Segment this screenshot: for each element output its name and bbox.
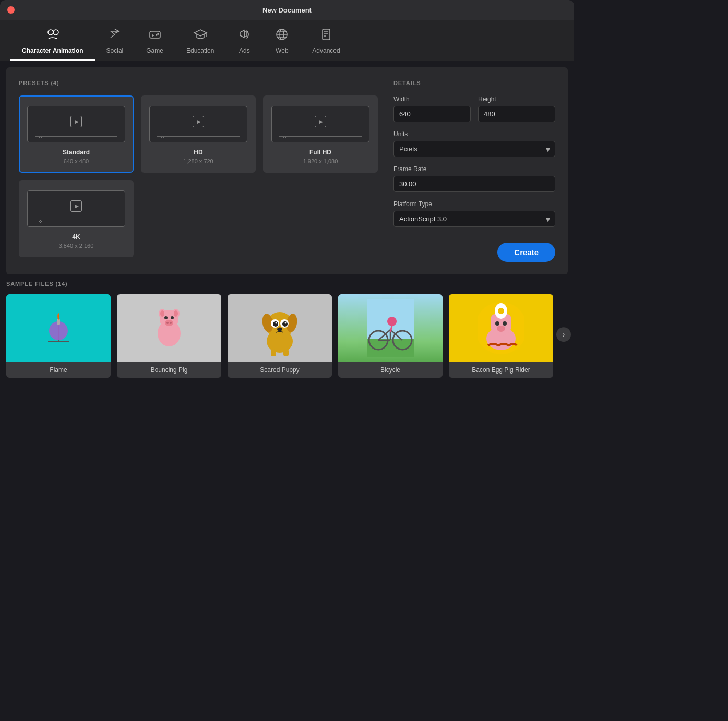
svg-point-70 bbox=[498, 308, 504, 314]
category-item-game[interactable]: Game bbox=[135, 20, 175, 61]
svg-point-32 bbox=[174, 310, 178, 317]
svg-rect-50 bbox=[283, 349, 289, 356]
svg-point-66 bbox=[495, 321, 499, 326]
sample-thumb-scared-puppy bbox=[228, 294, 332, 362]
svg-point-10 bbox=[156, 34, 157, 35]
preset-size-standard: 640 x 480 bbox=[64, 158, 89, 164]
play-icon bbox=[315, 116, 326, 127]
sample-thumb-bouncing-pig bbox=[117, 294, 221, 362]
scroll-right-arrow[interactable]: › bbox=[556, 327, 571, 342]
framerate-field: Frame Rate bbox=[393, 165, 555, 192]
platform-select[interactable]: ActionScript 3.0 HTML5 Canvas WebGL AIR … bbox=[393, 211, 555, 227]
units-row: Units Pixels Inches Centimeters bbox=[393, 130, 555, 157]
height-input[interactable] bbox=[478, 106, 555, 122]
svg-point-45 bbox=[282, 321, 288, 327]
svg-point-59 bbox=[387, 317, 397, 326]
sample-name-bacon-egg-pig-rider: Bacon Egg Pig Rider bbox=[449, 362, 553, 378]
category-label-game: Game bbox=[146, 47, 163, 54]
platform-field: Platform Type ActionScript 3.0 HTML5 Can… bbox=[393, 200, 555, 227]
preset-size-4k: 3,840 x 2,160 bbox=[59, 243, 94, 249]
framerate-row: Frame Rate bbox=[393, 165, 555, 192]
play-icon bbox=[193, 116, 204, 127]
sample-card-bacon-egg-pig-rider[interactable]: Bacon Egg Pig Rider bbox=[449, 294, 553, 378]
category-item-education[interactable]: Education bbox=[175, 20, 225, 61]
sample-name-scared-puppy: Scared Puppy bbox=[228, 362, 332, 378]
advanced-icon bbox=[319, 27, 333, 44]
sample-card-scared-puppy[interactable]: Scared Puppy bbox=[228, 294, 332, 378]
category-label-social: Social bbox=[106, 47, 124, 54]
svg-point-33 bbox=[164, 316, 168, 319]
create-btn-row: Create bbox=[393, 243, 555, 262]
category-label-web: Web bbox=[276, 47, 288, 54]
units-select[interactable]: Pixels Inches Centimeters bbox=[393, 141, 555, 157]
width-input[interactable] bbox=[393, 106, 471, 122]
category-label-education: Education bbox=[186, 47, 214, 54]
sample-card-bouncing-pig[interactable]: Bouncing Pig bbox=[117, 294, 221, 378]
preset-size-hd: 1,280 x 720 bbox=[183, 158, 213, 164]
svg-point-35 bbox=[165, 320, 173, 326]
sample-files-scroll: Flame bbox=[6, 294, 568, 378]
category-item-ads[interactable]: Ads bbox=[225, 20, 263, 61]
sample-thumb-flame bbox=[6, 294, 111, 362]
width-field: Width bbox=[393, 95, 471, 122]
category-nav: Character Animation Social Game bbox=[0, 20, 574, 61]
preset-name-4k: 4K bbox=[72, 233, 80, 241]
sample-thumb-bicycle bbox=[338, 294, 443, 362]
platform-row: Platform Type ActionScript 3.0 HTML5 Can… bbox=[393, 200, 555, 227]
svg-line-5 bbox=[111, 31, 115, 34]
preset-name-hd: HD bbox=[194, 149, 202, 156]
category-label-ads: Ads bbox=[239, 47, 250, 54]
create-button[interactable]: Create bbox=[497, 243, 555, 262]
svg-point-67 bbox=[503, 321, 507, 326]
framerate-label: Frame Rate bbox=[393, 165, 555, 173]
presets-section: PRESETS (4) Standard 640 x 480 HD 1,280 … bbox=[19, 80, 378, 262]
sample-name-flame: Flame bbox=[6, 362, 111, 378]
width-height-row: Width Height bbox=[393, 95, 555, 122]
play-dot bbox=[39, 220, 42, 223]
svg-point-0 bbox=[48, 30, 53, 35]
ads-icon bbox=[237, 27, 252, 44]
width-label: Width bbox=[393, 95, 471, 103]
preset-card-4k[interactable]: 4K 3,840 x 2,160 bbox=[19, 180, 134, 257]
titlebar: New Document bbox=[0, 0, 574, 20]
platform-select-wrapper: ActionScript 3.0 HTML5 Canvas WebGL AIR … bbox=[393, 211, 555, 227]
sample-card-bicycle[interactable]: Bicycle bbox=[338, 294, 443, 378]
category-item-advanced[interactable]: Advanced bbox=[301, 20, 351, 61]
svg-rect-49 bbox=[271, 349, 276, 356]
svg-point-46 bbox=[276, 322, 277, 324]
presets-title: PRESETS (4) bbox=[19, 80, 378, 86]
preset-thumbnail-4k bbox=[27, 190, 125, 227]
svg-line-6 bbox=[111, 34, 115, 38]
preset-card-hd[interactable]: HD 1,280 x 720 bbox=[141, 95, 256, 173]
framerate-input[interactable] bbox=[393, 176, 555, 192]
preset-name-fullhd: Full HD bbox=[309, 149, 331, 156]
preset-thumbnail-standard bbox=[27, 106, 125, 142]
details-title: DETAILS bbox=[393, 80, 555, 86]
platform-label: Platform Type bbox=[393, 200, 555, 208]
svg-point-31 bbox=[160, 310, 164, 317]
svg-point-47 bbox=[285, 322, 287, 324]
preset-card-fullhd[interactable]: Full HD 1,920 x 1,080 bbox=[263, 95, 378, 173]
svg-point-37 bbox=[170, 322, 172, 324]
preset-card-standard[interactable]: Standard 640 x 480 bbox=[19, 95, 134, 173]
svg-point-48 bbox=[277, 328, 282, 331]
preset-name-standard: Standard bbox=[63, 149, 90, 156]
units-select-wrapper: Pixels Inches Centimeters bbox=[393, 141, 555, 157]
character-animation-icon bbox=[45, 27, 60, 44]
svg-rect-7 bbox=[150, 31, 160, 38]
category-item-social[interactable]: Social bbox=[95, 20, 135, 61]
sample-thumb-bacon-egg-pig-rider bbox=[449, 294, 553, 362]
sample-name-bouncing-pig: Bouncing Pig bbox=[117, 362, 221, 378]
category-item-character-animation[interactable]: Character Animation bbox=[10, 20, 95, 61]
game-icon bbox=[148, 27, 162, 44]
svg-point-44 bbox=[273, 321, 278, 327]
svg-point-34 bbox=[171, 316, 174, 319]
sample-card-flame[interactable]: Flame bbox=[6, 294, 111, 378]
preset-thumbnail-hd bbox=[149, 106, 247, 142]
preset-size-fullhd: 1,920 x 1,080 bbox=[303, 158, 338, 164]
svg-point-11 bbox=[158, 33, 159, 34]
height-field: Height bbox=[478, 95, 555, 122]
svg-point-68 bbox=[497, 326, 505, 332]
category-item-web[interactable]: Web bbox=[263, 20, 301, 61]
close-button[interactable] bbox=[7, 6, 15, 14]
